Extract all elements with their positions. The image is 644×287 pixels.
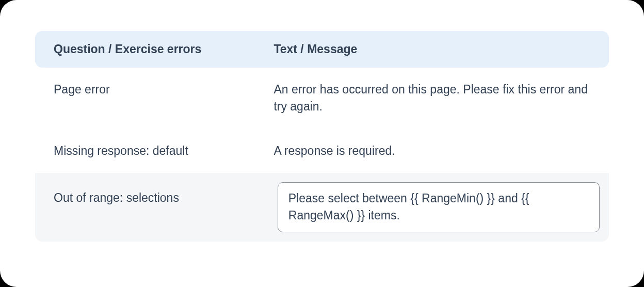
- message-input[interactable]: Please select between {{ RangeMin() }} a…: [278, 182, 600, 232]
- table-row[interactable]: Page error An error has occurred on this…: [35, 68, 609, 129]
- error-label: Page error: [54, 81, 273, 98]
- header-errors: Question / Exercise errors: [54, 42, 273, 56]
- table-header: Question / Exercise errors Text / Messag…: [35, 31, 609, 68]
- error-label: Out of range: selections: [54, 182, 278, 206]
- table-body: Page error An error has occurred on this…: [35, 68, 609, 242]
- table-row[interactable]: Missing response: default A response is …: [35, 129, 609, 173]
- error-messages-table: Question / Exercise errors Text / Messag…: [35, 31, 609, 242]
- error-message: An error has occurred on this page. Plea…: [273, 81, 590, 116]
- table-row-editing[interactable]: Out of range: selections Please select b…: [35, 173, 609, 242]
- error-messages-card: Question / Exercise errors Text / Messag…: [0, 0, 644, 287]
- header-message: Text / Message: [273, 42, 590, 56]
- error-label: Missing response: default: [54, 142, 273, 160]
- error-message: A response is required.: [273, 142, 590, 160]
